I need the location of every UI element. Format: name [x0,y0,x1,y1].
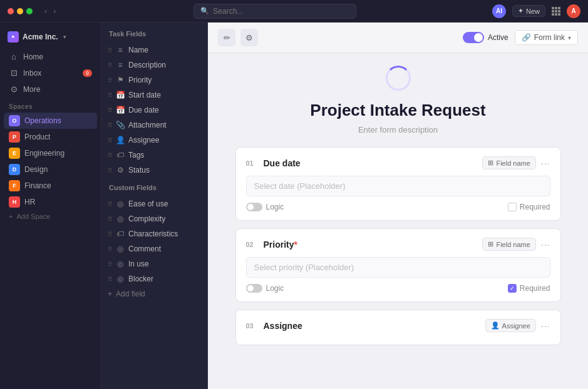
required-checkbox[interactable] [508,203,517,211]
sidebar-item-design[interactable]: D Design [4,161,97,178]
field-number: 02 [246,241,259,248]
drag-handle-icon: ⠿ [108,122,112,129]
required-star: * [294,240,297,250]
field-item-tags[interactable]: ⠿ 🏷 Tags [101,148,207,163]
field-card-right: ⊞ Field name ··· [482,156,550,169]
required-text: Required [520,284,550,293]
logic-mini-toggle[interactable] [246,284,262,293]
field-more-button[interactable]: ··· [541,321,550,331]
field-more-button[interactable]: ··· [541,240,550,250]
field-item-name[interactable]: ⠿ ≡ Name [101,43,207,58]
field-item-complexity[interactable]: ⠿ ◎ Complexity [101,211,207,226]
drag-handle-icon: ⠿ [108,92,112,99]
field-item-blocker[interactable]: ⠿ ◎ Blocker [101,271,207,286]
sidebar-item-home[interactable]: ⌂ Home [4,49,97,64]
form-link-button[interactable]: 🔗 Form link ▾ [515,30,578,45]
field-item-priority[interactable]: ⠿ ⚑ Priority [101,73,207,88]
settings-button[interactable]: ⚙ [240,29,258,46]
field-item-comment[interactable]: ⠿ ◎ Comment [101,241,207,256]
field-item-assignee[interactable]: ⠿ 👤 Assignee [101,133,207,148]
maximize-button[interactable] [26,8,33,14]
content-area: ✏ ⚙ Active 🔗 Form link ▾ [208,23,588,389]
characteristics-icon: 🏷 [116,230,125,238]
active-toggle[interactable] [463,32,484,43]
chevron-down-icon: ▾ [568,34,571,41]
forward-arrow[interactable]: › [51,6,58,16]
close-button[interactable] [8,8,14,14]
sidebar-item-operations[interactable]: O Operations [4,113,97,129]
ai-badge: AI [492,4,506,18]
finance-dot: F [9,180,20,191]
field-item-status[interactable]: ⠿ ⚙ Status [101,163,207,178]
required-checkbox-checked[interactable] [508,284,517,293]
field-card-due-date: 01 Due date ⊞ Field name ··· Select date… [235,147,561,221]
field-name-button[interactable]: ⊞ Field name [482,156,535,169]
field-footer: Logic Required [246,203,550,211]
field-item-in-use[interactable]: ⠿ ◎ In use [101,256,207,271]
topbar-center: 🔍 [58,4,492,19]
plus-icon: + [9,213,13,220]
sidebar-item-inbox[interactable]: ⊡ Inbox 9 [4,65,97,81]
search-input[interactable] [213,7,349,16]
search-icon: 🔍 [200,7,209,15]
assignee-field-icon: 👤 [116,136,125,144]
field-card-left: 01 Due date [246,158,301,168]
field-card-header: 02 Priority* ⊞ Field name ··· [246,238,550,251]
field-item-description[interactable]: ⠿ ≡ Description [101,58,207,73]
sidebar-item-more[interactable]: ⊙ More [4,81,97,97]
edit-button[interactable]: ✏ [218,29,235,46]
field-more-button[interactable]: ··· [541,158,550,168]
back-arrow[interactable]: ‹ [43,6,49,16]
ease-of-use-icon: ◎ [116,200,125,208]
product-dot: P [9,131,20,143]
complexity-icon: ◎ [116,215,125,223]
field-item-ease-of-use[interactable]: ⠿ ◎ Ease of use [101,196,207,211]
sidebar-item-finance[interactable]: F Finance [4,178,97,194]
field-item-attachment[interactable]: ⠿ 📎 Attachment [101,118,207,133]
form-loader [235,66,561,91]
field-item-start-date[interactable]: ⠿ 📅 Start date [101,88,207,103]
logic-mini-toggle[interactable] [246,203,262,211]
add-field-button[interactable]: + Add field [101,286,207,301]
field-card-title: Due date [264,158,301,168]
field-card-left: 03 Assignee [246,321,302,331]
sidebar-item-product[interactable]: P Product [4,129,97,145]
custom-fields-title: Custom Fields [101,184,207,196]
logic-toggle: Logic [246,203,284,211]
sidebar-item-engineering[interactable]: E Engineering [4,145,97,161]
grid-icon[interactable] [552,7,560,16]
field-item-characteristics[interactable]: ⠿ 🏷 Characteristics [101,226,207,241]
field-name-button[interactable]: ⊞ Field name [482,238,535,251]
drag-handle-icon: ⠿ [108,261,112,268]
form-description[interactable]: Enter form description [235,125,561,134]
active-toggle-container: Active [463,32,508,43]
new-button[interactable]: ✦ New [512,5,545,17]
custom-fields-list: ⠿ ◎ Ease of use ⠿ ◎ Complexity ⠿ 🏷 Chara… [101,196,207,286]
field-card-right: ⊞ Field name ··· [482,238,550,251]
workspace-selector[interactable]: ✦ Acme Inc. ▾ [0,28,101,49]
field-card-header: 03 Assignee 👤 Assignee ··· [246,319,550,332]
drag-handle-icon: ⠿ [108,62,112,69]
field-placeholder-priority: Select priority (Placeholder) [246,257,550,278]
field-name-button[interactable]: 👤 Assignee [485,319,536,332]
drag-handle-icon: ⠿ [108,276,112,283]
field-item-due-date[interactable]: ⠿ 📅 Due date [101,103,207,118]
drag-handle-icon: ⠿ [108,231,112,238]
nav-arrows: ‹ › [43,6,58,16]
workspace-name: Acme Inc. [23,33,58,41]
sidebar-nav: ⌂ Home ⊡ Inbox 9 ⊙ More [0,49,101,97]
field-card-priority: 02 Priority* ⊞ Field name ··· Select pri… [235,228,561,302]
name-field-icon: ≡ [116,46,125,54]
field-name-icon: ⊞ [488,159,493,167]
content-header: ✏ ⚙ Active 🔗 Form link ▾ [208,23,588,53]
add-space-button[interactable]: + Add Space [4,210,97,223]
field-card-title: Priority* [264,240,297,250]
drag-handle-icon: ⠿ [108,246,112,253]
search-bar[interactable]: 🔍 [193,4,356,19]
sidebar-item-hr[interactable]: H HR [4,194,97,210]
minimize-button[interactable] [17,8,23,14]
header-left: ✏ ⚙ [218,29,258,46]
field-card-left: 02 Priority* [246,240,297,250]
link-icon: 🔗 [522,33,531,42]
sidebar: ✦ Acme Inc. ▾ ⌂ Home ⊡ Inbox 9 ⊙ More Sp… [0,23,101,389]
